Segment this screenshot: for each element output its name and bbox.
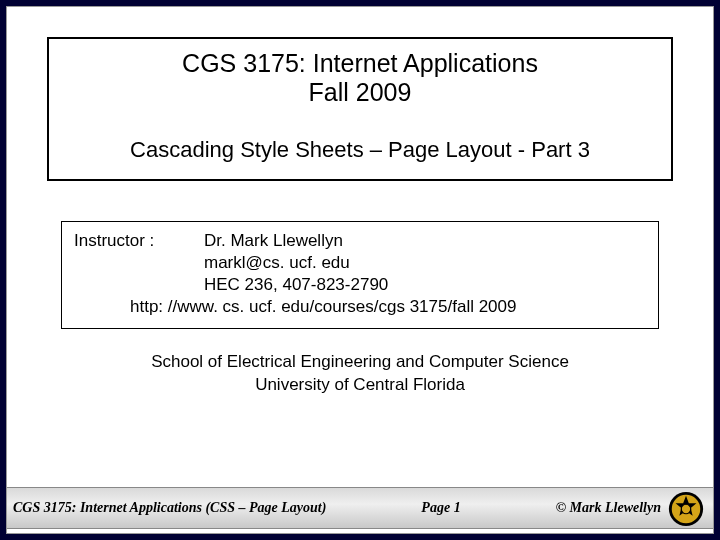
instructor-url: http: //www. cs. ucf. edu/courses/cgs 31… [74, 296, 646, 318]
course-title-line1: CGS 3175: Internet Applications [69, 49, 651, 78]
school-line1: School of Electrical Engineering and Com… [67, 351, 653, 374]
instructor-label: Instructor : [74, 230, 204, 252]
instructor-email: markl@cs. ucf. edu [74, 252, 646, 274]
svg-point-2 [681, 504, 691, 514]
instructor-row: Instructor : Dr. Mark Llewellyn [74, 230, 646, 252]
footer-page: Page 1 [326, 500, 555, 516]
title-box: CGS 3175: Internet Applications Fall 200… [47, 37, 673, 181]
slide: CGS 3175: Internet Applications Fall 200… [6, 6, 714, 534]
course-title-line2: Fall 2009 [69, 78, 651, 107]
footer-bar: CGS 3175: Internet Applications (CSS – P… [7, 487, 713, 529]
course-subtitle: Cascading Style Sheets – Page Layout - P… [69, 137, 651, 163]
school-block: School of Electrical Engineering and Com… [67, 351, 653, 397]
instructor-box: Instructor : Dr. Mark Llewellyn markl@cs… [61, 221, 659, 329]
footer-left: CGS 3175: Internet Applications (CSS – P… [7, 500, 326, 516]
instructor-name: Dr. Mark Llewellyn [204, 230, 343, 252]
instructor-office: HEC 236, 407-823-2790 [74, 274, 646, 296]
school-line2: University of Central Florida [67, 374, 653, 397]
ucf-logo-icon [667, 490, 705, 528]
